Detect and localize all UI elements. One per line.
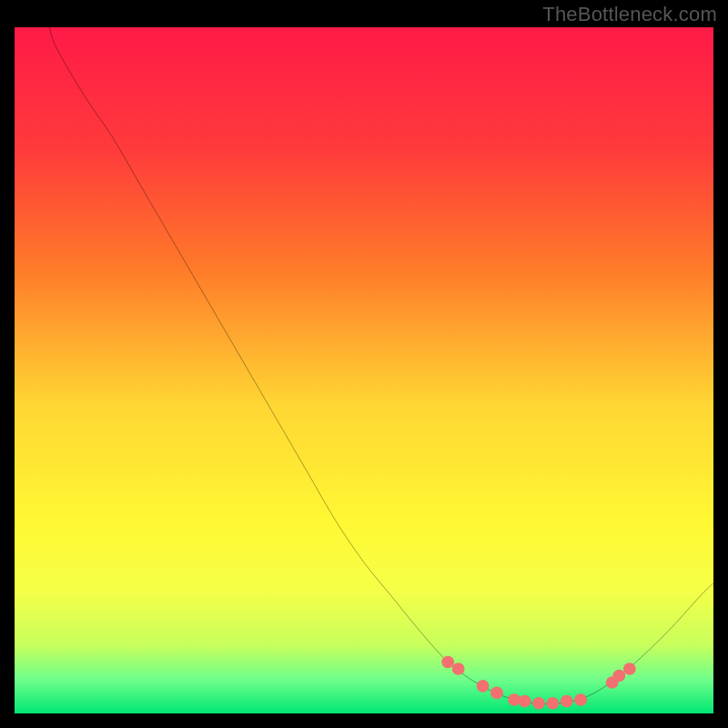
curve-marker [546,697,559,710]
gradient-background [15,27,713,713]
watermark-text: TheBottleneck.com [542,3,717,26]
curve-marker [477,680,490,693]
curve-marker [561,695,573,708]
plot-area [15,27,713,713]
curve-marker [574,693,587,706]
chart-container: TheBottleneck.com [0,0,728,728]
curve-marker [441,656,454,669]
curve-marker [490,687,503,700]
curve-marker [519,695,531,708]
curve-marker [612,670,625,682]
curve-marker [452,662,465,675]
curve-marker [532,697,545,710]
curve-marker [623,662,636,675]
